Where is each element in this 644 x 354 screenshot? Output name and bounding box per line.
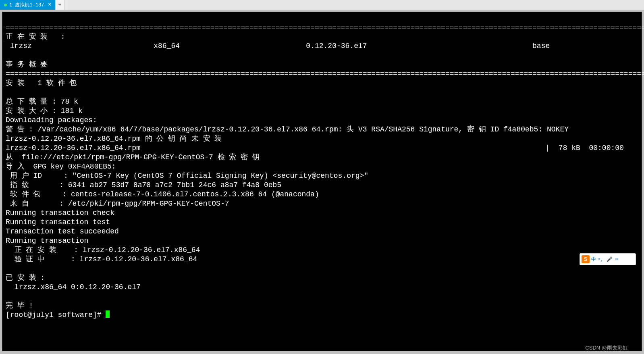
installed-pkg: lrzsz.x86_64 0:0.12.20-36.el7 (6, 283, 141, 291)
terminal-output: ========================================… (2, 12, 642, 321)
hr: ========================================… (6, 23, 644, 31)
done-label: 完 毕 ! (6, 302, 33, 310)
ime-toolbar[interactable]: S 中 •, 🎤 ⌨ (580, 253, 636, 265)
from-line: 来 自 : /etc/pki/rpm-gpg/RPM-GPG-KEY-CentO… (6, 200, 229, 208)
pkg-name: lrzsz (6, 42, 32, 50)
ime-mode[interactable]: 中 (591, 256, 596, 263)
terminal-window[interactable]: ========================================… (2, 12, 642, 351)
verify-step: 验 证 中 : lrzsz-0.12.20-36.el7.x86_64 (6, 255, 197, 263)
summary-label: 事 务 概 要 (6, 60, 48, 69)
pkg-arch: x86_64 (154, 42, 180, 50)
close-icon[interactable]: × (48, 2, 51, 8)
install-step: 正 在 安 装 : lrzsz-0.12.20-36.el7.x86_64 (6, 246, 200, 254)
sogou-icon: S (582, 255, 590, 263)
warning-line: 警 告 : /var/cache/yum/x86_64/7/base/packa… (6, 125, 569, 133)
test-ok: Transaction test succeeded (6, 227, 119, 235)
install-count: 安 装 1 软 件 包 (6, 79, 77, 87)
run-test: Running transaction test (6, 218, 110, 226)
plus-icon: + (58, 2, 61, 8)
installed-label: 已 安 装 : (6, 274, 45, 282)
userid-line: 用 户 ID : "CentOS-7 Key (CentOS 7 Officia… (6, 172, 368, 180)
import-line: 导 入 GPG key 0xF4A80EB5: (6, 162, 116, 171)
pkg-dl-name: lrzsz-0.12.20-36.el7.x86_64.rpm (6, 144, 141, 152)
status-dot-icon (4, 4, 7, 6)
pkg-dl-prog: | 78 kB 00:00:00 (545, 144, 623, 152)
prompt[interactable]: [root@july1 software]# (6, 311, 106, 319)
ime-icons[interactable]: •, 🎤 ⌨ (598, 256, 618, 262)
add-tab-button[interactable]: + (55, 0, 65, 10)
tab-label: 1 虚拟机1-137 (9, 2, 44, 8)
pubkey-line: lrzsz-0.12.20-36.el7.x86_64.rpm 的 公 钥 尚 … (6, 135, 222, 143)
cursor-icon (106, 310, 110, 318)
pkg-repo: base (532, 42, 550, 50)
pkgfrom-line: 软 件 包 : centos-release-7-0.1406.el7.cent… (6, 190, 319, 198)
downloading-label: Downloading packages: (6, 116, 97, 124)
pkg-ver: 0.12.20-36.el7 (306, 42, 367, 50)
tab-bar: 1 虚拟机1-137 × + (0, 0, 644, 10)
run-txn: Running transaction (6, 237, 88, 245)
installing-label: 正 在 安 装 : (6, 33, 65, 41)
total-download: 总 下 载 量 : 78 k (6, 98, 78, 106)
run-check: Running transaction check (6, 209, 114, 217)
watermark: CSDN @雨去彩虹 (585, 344, 628, 352)
vm-tab[interactable]: 1 虚拟机1-137 × (0, 0, 55, 10)
fingerprint-line: 指 纹 : 6341 ab27 53d7 8a78 a7c2 7bb1 24c6… (6, 181, 281, 189)
install-size: 安 装 大 小 : 181 k (6, 107, 83, 115)
retrieve-line: 从 file:///etc/pki/rpm-gpg/RPM-GPG-KEY-Ce… (6, 153, 260, 161)
hr2: ========================================… (6, 70, 644, 78)
